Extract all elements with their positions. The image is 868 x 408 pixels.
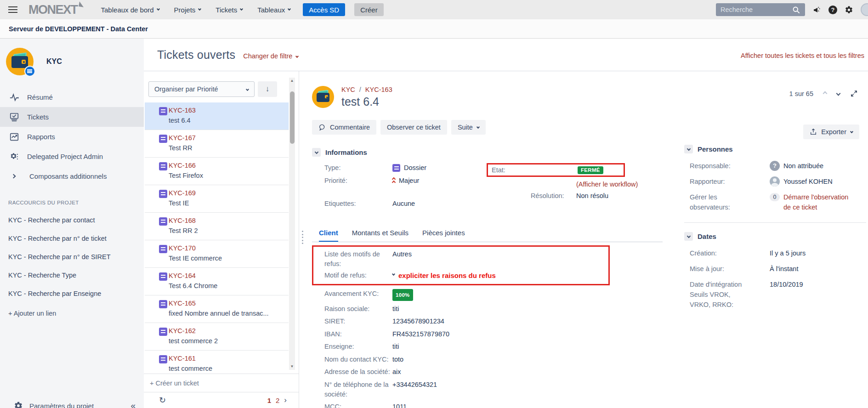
shortcut-recherche-type[interactable]: KYC - Recherche Type [8, 272, 144, 279]
collapse-people-icon[interactable] [684, 145, 693, 153]
shortcut-recherche-par-enseigne[interactable]: KYC - Recherche par Enseigne [8, 290, 144, 297]
ticket-list-item[interactable]: KYC-164Test 6.4 Chrome [145, 268, 289, 295]
ticket-key[interactable]: KYC-165 [169, 300, 289, 310]
dossier-type-icon [392, 164, 400, 172]
sidebar-item-composants-additionnels[interactable]: Composants additionnels [0, 166, 144, 186]
tab-client[interactable]: Client [319, 229, 338, 242]
ticket-summary: Test RR 2 [169, 227, 289, 237]
search-input[interactable] [720, 6, 792, 13]
raison-sociale-label: Raison sociale: [312, 304, 392, 314]
ticket-key[interactable]: KYC-162 [169, 327, 289, 337]
ticket-list-item[interactable]: KYC-162test commerce 2 [145, 323, 289, 351]
page-1-link[interactable]: 1 [267, 397, 271, 404]
pager-position: 1 sur 65 [789, 90, 813, 97]
shortcut-recherche-par-numero-ticket[interactable]: KYC - Recherche par n° de ticket [8, 235, 144, 242]
ticket-list-item[interactable]: KYC-167Test RR [145, 130, 289, 158]
expand-icon[interactable] [850, 90, 858, 97]
collapse-sidebar-icon[interactable]: « [130, 401, 136, 408]
nav-tableaux[interactable]: Tableaux [252, 0, 295, 19]
sidebar-item-delegated-project-admin[interactable]: Delegated Project Admin [0, 147, 144, 166]
add-link-button[interactable]: + Ajouter un lien [8, 310, 144, 317]
ticket-key[interactable]: KYC-163 [169, 107, 289, 117]
ticket-key[interactable]: KYC-166 [169, 162, 289, 172]
ticket-key[interactable]: KYC-169 [169, 189, 289, 199]
ticket-header: KYC / KYC-163 test 6.4 [312, 86, 868, 108]
panel-drag-handle[interactable] [302, 231, 303, 244]
issue-type-icon [159, 300, 167, 308]
kyc-progress-badge: 100% [392, 289, 413, 301]
more-actions-button[interactable]: Suite [451, 120, 486, 135]
settings-gear-icon[interactable] [845, 6, 853, 14]
collapse-dates-icon[interactable] [684, 232, 693, 241]
breadcrumb-ticket-link[interactable]: KYC-163 [365, 86, 392, 93]
page-2-link[interactable]: 2 [276, 397, 279, 404]
user-avatar[interactable] [861, 3, 868, 16]
create-ticket-button[interactable]: + Créer un ticket [144, 374, 299, 392]
ticket-list-item[interactable]: KYC-163test 6.4 [145, 102, 289, 130]
next-ticket-icon[interactable] [836, 91, 841, 96]
create-button[interactable]: Créer [354, 3, 384, 16]
ticket-list-item[interactable]: KYC-166Test Firefox [145, 158, 289, 185]
help-icon[interactable]: ? [828, 6, 837, 14]
created-value: Il y a 5 jours [770, 248, 806, 258]
ticket-key[interactable]: KYC-170 [169, 244, 289, 255]
project-sidebar: KYC Résumé Tickets Rapports Delegated P [0, 39, 144, 408]
refresh-icon[interactable]: ↻ [159, 395, 166, 405]
scroll-down-icon[interactable]: ▼ [289, 363, 295, 370]
ticket-key[interactable]: KYC-164 [169, 272, 289, 282]
sort-direction-button[interactable]: ↓ [258, 81, 277, 97]
sort-dropdown[interactable]: Organiser par Priorité [148, 81, 255, 97]
tab-pieces-jointes[interactable]: Pièces jointes [422, 229, 465, 242]
sidebar-item-rapports[interactable]: Rapports [0, 127, 144, 147]
project-avatar-wallet-icon [312, 86, 334, 108]
project-settings-label[interactable]: Paramètres du projet [29, 402, 94, 408]
sidebar-menu: Résumé Tickets Rapports Delegated Projec… [0, 87, 144, 186]
show-workflow-link[interactable]: (Afficher le workflow) [576, 181, 638, 188]
monext-logo[interactable]: MONEXT [28, 3, 83, 17]
ticket-key[interactable]: KYC-167 [169, 134, 289, 144]
project-name: KYC [46, 57, 62, 66]
collapse-informations-icon[interactable] [312, 148, 321, 157]
ticket-key[interactable]: KYC-168 [169, 217, 289, 227]
search-icon [792, 6, 800, 14]
shortcut-recherche-par-contact[interactable]: KYC - Recherche par contact [8, 216, 144, 224]
acces-sd-button[interactable]: Accès SD [303, 3, 345, 16]
comment-button[interactable]: Commentaire [312, 120, 376, 135]
shortcut-recherche-par-numero-siret[interactable]: KYC - Recherche par n° de SIRET [8, 253, 144, 261]
ticket-key[interactable]: KYC-161 [169, 355, 289, 365]
ticket-list-item[interactable]: KYC-168Test RR 2 [145, 213, 289, 240]
iban-label: IBAN: [312, 329, 392, 339]
updated-value: À l'instant [770, 264, 798, 274]
tabs-divider [312, 242, 663, 242]
nav-tableaux-de-bord[interactable]: Tableaux de bord [96, 0, 165, 19]
announcements-megaphone-icon[interactable] [812, 6, 821, 14]
refusal-reason-label: Motif de refus: [313, 271, 392, 280]
sidebar-item-resume[interactable]: Résumé [0, 87, 144, 107]
nav-projets[interactable]: Projets [169, 0, 206, 19]
priority-label: Priorité: [312, 176, 392, 186]
tab-montants-et-seuils[interactable]: Montants et Seuils [352, 229, 408, 242]
nav-tickets[interactable]: Tickets [210, 0, 248, 19]
previous-ticket-icon[interactable] [823, 91, 828, 96]
breadcrumb-project-link[interactable]: KYC [341, 86, 355, 93]
ticket-list-item[interactable]: KYC-170Test IE commerce [145, 240, 289, 268]
watch-ticket-button[interactable]: Observer ce ticket [380, 120, 447, 135]
list-scrollbar[interactable]: ▲ ▼ [289, 78, 295, 370]
assignee-label: Responsable: [684, 161, 770, 171]
scroll-up-icon[interactable]: ▲ [289, 78, 295, 84]
sidebar-item-tickets[interactable]: Tickets [0, 107, 144, 127]
export-button[interactable]: Exporter [803, 125, 859, 139]
top-navbar: MONEXT Tableaux de bord Projets Tickets … [0, 0, 868, 19]
ticket-list-item[interactable]: KYC-165fixed Nombre annuel de transac... [145, 295, 289, 323]
scrollbar-thumb[interactable] [290, 91, 295, 144]
change-filter-link[interactable]: Changer de filtre [243, 52, 298, 60]
expand-reason-icon[interactable] [392, 272, 395, 276]
start-watching-link[interactable]: Démarre l'observation de ce ticket [783, 192, 852, 212]
comment-bubble-icon [318, 124, 326, 131]
ticket-list-item[interactable]: KYC-169Test IE [145, 185, 289, 213]
hamburger-menu-icon[interactable] [8, 6, 17, 13]
next-page-icon[interactable]: › [284, 396, 287, 405]
telephone-societe-label: N° de téléphone de la société: [312, 380, 392, 399]
show-all-tickets-link[interactable]: Afficher toutes les tickets et tous les … [741, 52, 864, 59]
filter-header: Tickets ouverts Changer de filtre Affich… [144, 39, 868, 71]
